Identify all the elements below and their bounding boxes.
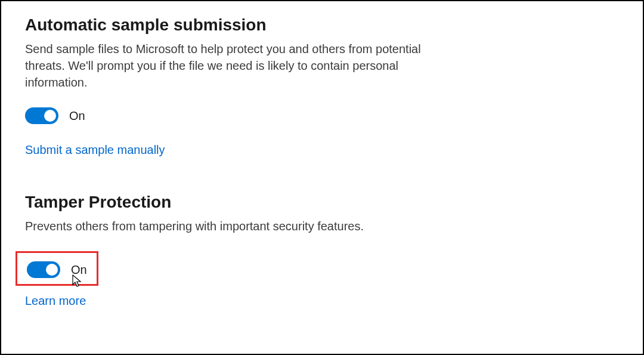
section-title-automatic-sample-submission: Automatic sample submission	[25, 16, 619, 35]
toggle-state-label: On	[69, 109, 85, 123]
learn-more-link[interactable]: Learn more	[25, 294, 86, 308]
tamper-protection-section: Tamper Protection Prevents others from t…	[25, 193, 619, 308]
toggle-knob-icon	[44, 110, 56, 122]
toggle-row-automatic-sample-submission: On	[25, 107, 619, 124]
section-description-automatic-sample-submission: Send sample files to Microsoft to help p…	[25, 41, 454, 91]
section-title-tamper-protection: Tamper Protection	[25, 193, 619, 212]
highlight-annotation-box: On	[16, 251, 98, 286]
submit-sample-manually-link[interactable]: Submit a sample manually	[25, 143, 165, 157]
section-description-tamper-protection: Prevents others from tampering with impo…	[25, 218, 454, 234]
toggle-knob-icon	[46, 264, 58, 276]
toggle-tamper-protection[interactable]	[27, 261, 60, 278]
toggle-state-label: On	[71, 263, 87, 277]
automatic-sample-submission-section: Automatic sample submission Send sample …	[25, 16, 619, 157]
toggle-row-tamper-protection: On	[27, 261, 87, 278]
toggle-automatic-sample-submission[interactable]	[25, 107, 58, 124]
